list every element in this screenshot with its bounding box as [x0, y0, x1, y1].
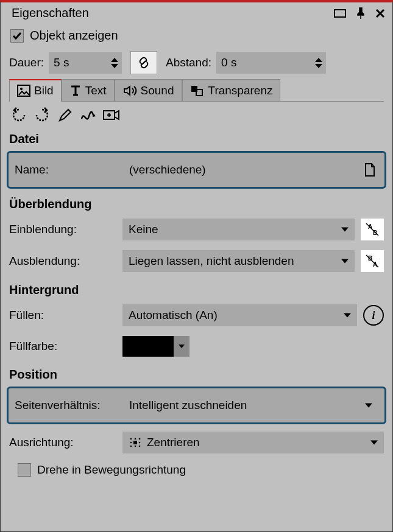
svg-rect-14 — [133, 441, 137, 444]
ausrichtung-select[interactable]: Zentrieren — [122, 432, 384, 453]
drehe-checkbox[interactable] — [18, 463, 31, 477]
tab-bild[interactable]: Bild — [9, 79, 62, 101]
chevron-down-icon — [341, 228, 349, 232]
svg-point-13 — [130, 442, 132, 444]
distance-spinner[interactable]: 0 s — [216, 52, 326, 74]
camera-button[interactable] — [102, 105, 121, 125]
center-align-icon — [129, 437, 142, 448]
seiten-value: Intelligent zuschneiden — [129, 399, 247, 412]
transition-ba-icon: BA — [365, 254, 380, 268]
drehe-row: Drehe in Bewegungsrichtung — [1, 458, 392, 484]
svg-point-12 — [139, 438, 141, 440]
fuellen-select[interactable]: Automatisch (An) — [122, 304, 357, 326]
tab-sound[interactable]: Sound — [115, 79, 182, 101]
spinner-arrows[interactable] — [111, 58, 118, 68]
name-label: Name: — [15, 163, 117, 177]
seiten-select[interactable]: Intelligent zuschneiden — [123, 394, 378, 416]
svg-text:A: A — [373, 261, 377, 268]
svg-rect-0 — [335, 10, 345, 17]
ausblendung-preset-button[interactable]: BA — [361, 250, 384, 272]
fuellen-label: Füllen: — [9, 309, 116, 322]
toolbar — [1, 102, 392, 126]
tabs-container: Bild Text Sound Transparenz — [1, 79, 392, 102]
rotate-ccw-button[interactable] — [9, 105, 29, 125]
tab-transparenz[interactable]: Transparenz — [182, 79, 281, 101]
image-icon — [17, 85, 30, 97]
seiten-label: Seitenverhältnis: — [15, 399, 117, 412]
tab-transparenz-label: Transparenz — [208, 84, 273, 97]
maximize-icon[interactable] — [334, 9, 346, 18]
spinner-arrows[interactable] — [315, 58, 322, 68]
ausrichtung-label: Ausrichtung: — [9, 436, 116, 449]
einblendung-label: Einblendung: — [9, 223, 116, 236]
ausblendung-value: Liegen lassen, nicht ausblenden — [129, 254, 294, 268]
chevron-down-icon — [179, 345, 185, 348]
transparency-icon — [190, 85, 205, 97]
fuellen-value: Automatisch (An) — [129, 309, 218, 322]
transition-ab-icon: AB — [365, 222, 380, 237]
ausblendung-select[interactable]: Liegen lassen, nicht ausblenden — [122, 250, 355, 272]
fuellen-row: Füllen: Automatisch (An) i — [1, 299, 392, 331]
einblendung-preset-button[interactable]: AB — [361, 219, 384, 240]
info-button[interactable]: i — [363, 305, 384, 326]
panel-title: Eigenschaften — [12, 6, 334, 20]
arrow-up-icon[interactable] — [111, 58, 118, 62]
browse-icon[interactable] — [361, 163, 378, 177]
tab-text[interactable]: Text — [62, 79, 115, 101]
name-value: (verschiedene) — [129, 163, 206, 177]
info-icon: i — [372, 309, 375, 322]
rotate-cw-button[interactable] — [32, 105, 52, 125]
drehe-label: Drehe in Bewegungsrichtung — [37, 463, 186, 477]
tabs: Bild Text Sound Transparenz — [9, 79, 384, 102]
path-button[interactable] — [79, 105, 98, 125]
datei-heading: Datei — [1, 126, 392, 149]
ueberblendung-heading: Überblendung — [1, 191, 392, 214]
svg-point-11 — [135, 438, 136, 440]
svg-point-15 — [139, 442, 141, 444]
tab-sound-label: Sound — [141, 84, 174, 97]
pin-icon[interactable] — [356, 7, 366, 19]
chevron-down-icon — [370, 441, 378, 445]
pen-icon — [57, 107, 73, 123]
color-preview — [122, 336, 174, 357]
ausrichtung-value: Zentrieren — [147, 436, 200, 449]
distance-value: 0 s — [220, 56, 315, 69]
name-row: Name: (verschiedene) — [7, 151, 386, 189]
tab-bild-label: Bild — [34, 84, 54, 97]
text-icon — [69, 85, 82, 97]
pen-button[interactable] — [55, 105, 75, 125]
ausblendung-label: Ausblendung: — [9, 254, 116, 268]
rotate-ccw-icon — [10, 107, 27, 124]
fuellfarbe-label: Füllfarbe: — [9, 340, 116, 353]
distance-label: Abstand: — [166, 56, 211, 69]
name-field[interactable]: (verschiedene) — [123, 159, 355, 181]
arrow-down-icon[interactable] — [111, 64, 118, 68]
object-show-row: Objekt anzeigen — [1, 25, 392, 46]
svg-text:A: A — [368, 223, 372, 230]
color-dropdown[interactable] — [174, 336, 189, 357]
einblendung-value: Keine — [129, 223, 158, 236]
link-button[interactable] — [130, 51, 157, 74]
arrow-up-icon[interactable] — [315, 58, 322, 62]
panel-header: Eigenschaften — [1, 2, 392, 25]
chevron-down-icon — [341, 259, 349, 264]
svg-point-10 — [130, 438, 132, 440]
properties-panel: Eigenschaften Objekt anzeigen Dauer: 5 s — [0, 0, 393, 532]
fuellfarbe-swatch[interactable] — [122, 336, 189, 357]
einblendung-select[interactable]: Keine — [122, 219, 355, 240]
sound-icon — [122, 85, 137, 97]
seitenverhaeltnis-row: Seitenverhältnis: Intelligent zuschneide… — [7, 387, 386, 424]
ausblendung-row: Ausblendung: Liegen lassen, nicht ausble… — [1, 245, 392, 277]
chevron-down-icon — [344, 313, 351, 318]
chevron-down-icon — [365, 404, 372, 408]
object-show-checkbox[interactable] — [10, 29, 24, 43]
arrow-down-icon[interactable] — [315, 64, 322, 68]
svg-text:B: B — [373, 229, 377, 236]
duration-label: Dauer: — [9, 56, 44, 69]
close-icon[interactable] — [375, 9, 385, 18]
path-icon — [80, 108, 97, 122]
duration-spinner[interactable]: 5 s — [49, 52, 122, 74]
fuellfarbe-row: Füllfarbe: — [1, 331, 392, 362]
svg-point-18 — [139, 446, 141, 447]
tab-text-label: Text — [85, 84, 107, 97]
